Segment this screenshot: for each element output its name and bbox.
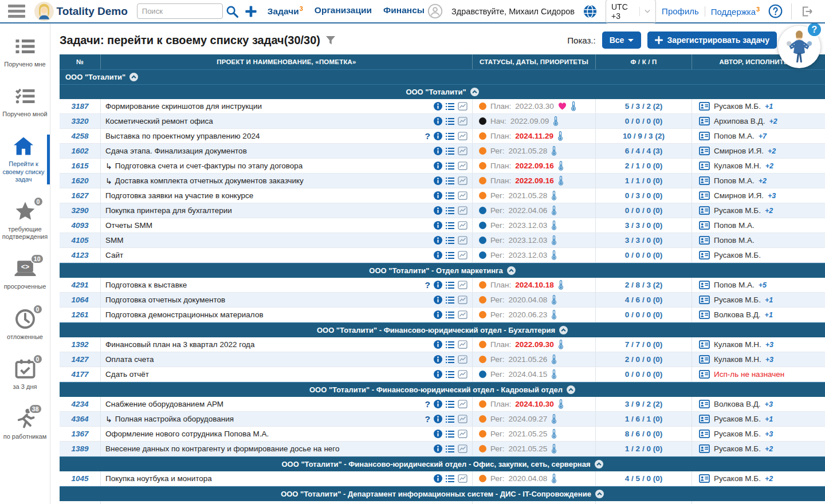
task-number[interactable] — [60, 501, 101, 504]
contact-card-icon[interactable] — [699, 281, 710, 289]
contact-card-icon[interactable] — [699, 355, 710, 364]
chart-icon[interactable] — [458, 147, 467, 155]
group-header[interactable]: ООО "Тоталити" - Финансово-юридический о… — [60, 322, 825, 337]
chart-icon[interactable] — [458, 191, 467, 200]
info-icon[interactable] — [434, 444, 442, 453]
nav-item-tasks[interactable]: Задачи3 — [268, 5, 303, 17]
info-icon[interactable] — [434, 176, 442, 185]
task-name[interactable]: Полная настройка оборудования — [115, 415, 234, 423]
task-name[interactable]: Снабжение оборудованием АРМ — [105, 400, 223, 408]
collapse-icon[interactable] — [595, 490, 604, 498]
extra-executors-count[interactable]: +2 — [765, 207, 773, 215]
task-number[interactable]: 1045 — [60, 471, 101, 486]
collapse-icon[interactable] — [567, 385, 575, 394]
tasklist-icon[interactable] — [446, 475, 454, 483]
chart-icon[interactable] — [458, 430, 467, 438]
sidebar-item-assigned-to-me[interactable]: Поручено мне — [0, 35, 50, 69]
tasklist-icon[interactable] — [446, 132, 454, 140]
task-name[interactable]: Подготовка демонстрационных материалов — [105, 310, 264, 319]
extra-executors-count[interactable]: +1 — [765, 311, 773, 319]
info-icon[interactable] — [434, 191, 442, 200]
collapse-icon[interactable] — [559, 326, 568, 334]
task-name[interactable]: Оплата счета — [105, 355, 154, 364]
extra-executors-count[interactable]: +1 — [765, 415, 773, 423]
logout-icon[interactable] — [800, 5, 814, 18]
chart-icon[interactable] — [458, 236, 467, 245]
info-icon[interactable] — [434, 310, 442, 319]
tasklist-icon[interactable] — [446, 103, 454, 111]
chart-icon[interactable] — [458, 281, 467, 289]
hamburger-menu-icon[interactable] — [8, 5, 25, 18]
chart-icon[interactable] — [458, 251, 467, 259]
group-header[interactable]: ООО "Тоталити" — [60, 69, 825, 84]
contact-card-icon[interactable] — [699, 236, 710, 245]
info-icon[interactable] — [434, 430, 442, 438]
extra-executors-count[interactable]: +2 — [765, 445, 773, 453]
search-icon[interactable] — [226, 5, 238, 18]
add-icon[interactable] — [244, 5, 258, 18]
chart-icon[interactable] — [458, 132, 467, 140]
assistant-widget[interactable]: ? — [778, 26, 820, 68]
sidebar-item-my-task-list[interactable]: Перейти к своему списку задач — [0, 135, 50, 184]
group-header[interactable]: ООО "Тоталити" - Финансово-юридический о… — [60, 382, 825, 397]
chart-icon[interactable] — [458, 296, 467, 304]
chart-icon[interactable] — [458, 340, 467, 349]
info-icon[interactable] — [434, 415, 442, 423]
extra-executors-count[interactable]: +3 — [765, 430, 773, 438]
sidebar-item-awaiting-confirmation[interactable]: 0требующие подтверждения — [0, 200, 50, 242]
task-name[interactable]: Сдача этапа. Финализация документов — [105, 147, 247, 155]
extra-executors-count[interactable]: +1 — [765, 103, 773, 111]
task-name[interactable]: Подготовка счета и счет-фактуры по этапу… — [115, 162, 303, 170]
info-icon[interactable] — [434, 355, 442, 364]
contact-card-icon[interactable] — [699, 251, 710, 259]
task-number[interactable]: 1427 — [60, 352, 101, 367]
info-icon[interactable] — [434, 102, 442, 111]
info-icon[interactable] — [434, 281, 442, 289]
task-number[interactable]: 1392 — [60, 337, 101, 352]
chart-icon[interactable] — [458, 102, 467, 111]
extra-executors-count[interactable]: +2 — [765, 162, 773, 170]
extra-executors-count[interactable]: +2 — [769, 117, 777, 125]
task-number[interactable]: 3187 — [60, 99, 101, 113]
tasklist-icon[interactable] — [446, 237, 454, 245]
task-name[interactable]: SMM — [105, 236, 124, 245]
task-number[interactable]: 1389 — [60, 442, 101, 456]
chart-icon[interactable] — [458, 206, 467, 215]
collapse-icon[interactable] — [507, 266, 516, 275]
task-name[interactable]: Сайт — [105, 251, 123, 259]
extra-executors-count[interactable]: +3 — [765, 356, 773, 364]
tasklist-icon[interactable] — [446, 356, 454, 364]
group-header[interactable]: ООО "Тоталити" - Отдел маркетинга — [60, 263, 825, 278]
info-icon[interactable] — [434, 117, 442, 125]
task-name[interactable]: Подготовка к выставке — [105, 281, 187, 289]
task-name[interactable]: Финансовый план на 3 квартал 2022 года — [105, 340, 255, 349]
contact-card-icon[interactable] — [699, 221, 710, 230]
chart-icon[interactable] — [458, 162, 467, 170]
chart-icon[interactable] — [458, 355, 467, 364]
task-number[interactable]: 1367 — [60, 427, 101, 441]
info-icon[interactable] — [434, 400, 442, 408]
task-number[interactable]: 4291 — [60, 278, 101, 292]
tasklist-icon[interactable] — [446, 445, 454, 453]
extra-executors-count[interactable]: +5 — [759, 281, 767, 289]
tasklist-icon[interactable] — [446, 415, 454, 423]
profile-link[interactable]: Профиль — [662, 6, 699, 16]
task-name[interactable]: Покупка ноутбука и монитора — [105, 474, 212, 483]
info-icon[interactable] — [434, 162, 442, 170]
info-icon[interactable] — [434, 340, 442, 349]
task-name[interactable]: Формирование скриншотов для инструкции — [105, 102, 262, 111]
tasklist-icon[interactable] — [446, 207, 454, 215]
extra-executors-count[interactable]: +3 — [765, 341, 773, 349]
chart-icon[interactable] — [458, 444, 467, 453]
help-icon[interactable] — [768, 4, 783, 18]
nav-item-organizations[interactable]: Организации — [315, 5, 372, 17]
contact-card-icon[interactable] — [699, 340, 710, 349]
chart-icon[interactable] — [458, 310, 467, 319]
contact-card-icon[interactable] — [699, 102, 710, 111]
tasklist-icon[interactable] — [446, 430, 454, 438]
task-number[interactable]: 4234 — [60, 397, 101, 411]
task-name[interactable]: Подготовка отчетных документов — [105, 296, 225, 304]
tasklist-icon[interactable] — [446, 341, 454, 349]
chart-icon[interactable] — [458, 176, 467, 185]
contact-card-icon[interactable] — [699, 430, 710, 438]
